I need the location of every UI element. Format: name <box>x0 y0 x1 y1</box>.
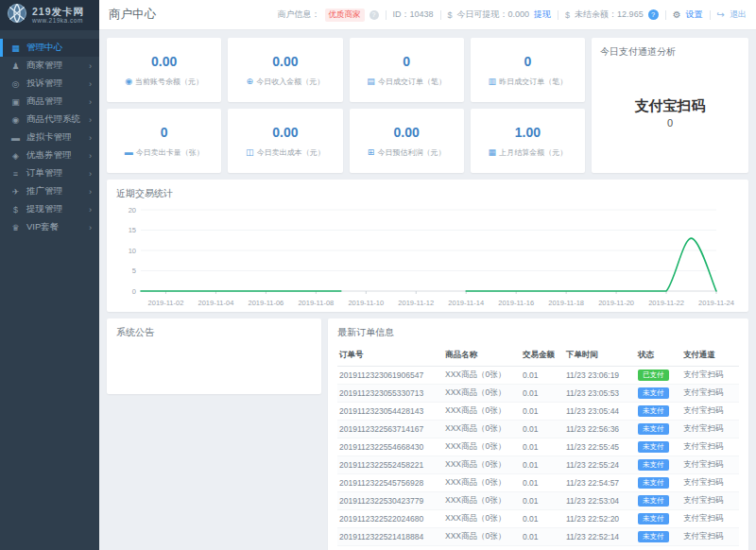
cell-status: 未支付 <box>636 403 681 421</box>
stat-card-current-balance: 0.00◉当前账号余额（元） <box>107 38 221 102</box>
sidebar-item-label: 优惠券管理 <box>26 149 72 162</box>
status-badge: 未支付 <box>638 531 669 542</box>
status-badge: 未支付 <box>638 423 669 435</box>
sidebar: 219发卡网 www.219ka.com ▦管理中心♟商家管理›◎投诉管理›▣商… <box>0 0 99 550</box>
dollar-icon: $ <box>565 10 570 20</box>
cell-channel: 支付宝扫码 <box>681 456 739 474</box>
status-badge: 未支付 <box>638 405 669 417</box>
order-row: 2019112322545756928XXX商品（0张）0.0111/23 22… <box>337 474 739 492</box>
order-row: 2019112322552458221XXX商品（0张）0.0111/23 22… <box>337 456 739 474</box>
cell-channel: 支付宝扫码 <box>681 421 739 438</box>
cell-order_no: 2019112323061906547 <box>337 367 443 385</box>
stat-label: ◫今日卖出成本（元） <box>246 147 325 158</box>
col-amount: 交易金额 <box>521 346 564 367</box>
cell-status: 未支付 <box>636 492 681 510</box>
orders-header-row: 订单号商品名称交易金额下单时间状态支付通道 <box>337 346 739 367</box>
cell-amount: 0.01 <box>521 492 564 510</box>
chevron-right-icon: › <box>89 133 92 143</box>
sidebar-item-product[interactable]: ▣商品管理› <box>0 93 99 111</box>
cell-channel: 支付宝扫码 <box>681 510 739 528</box>
latest-orders-card: 最新订单信息 订单号商品名称交易金额下单时间状态支付通道 20191123230… <box>328 318 748 550</box>
status-badge: 未支付 <box>638 387 669 399</box>
logo[interactable]: 219发卡网 www.219ka.com <box>0 0 99 30</box>
chevron-right-icon: › <box>89 97 92 107</box>
col-time: 下单时间 <box>564 346 636 367</box>
cell-time: 11/23 22:53:04 <box>564 492 636 510</box>
cell-amount: 0.01 <box>521 421 564 438</box>
cell-order_no: 2019112323055330713 <box>337 385 443 403</box>
system-announcement-card: 系统公告 <box>107 318 321 394</box>
orders-title: 最新订单信息 <box>337 326 739 339</box>
order-row: 2019112323054428143XXX商品（0张）0.0111/23 23… <box>337 403 739 421</box>
transactions-line-chart: 051015202019-11-022019-11-042019-11-0620… <box>116 202 739 308</box>
x-axis-label: 2019-11-04 <box>198 299 234 307</box>
info-icon[interactable]: ? <box>648 9 659 20</box>
stat-card-today-cards-sold: 0▬今日卖出卡量（张） <box>107 109 221 173</box>
stat-label: ▥昨日成交订单（笔） <box>489 77 568 87</box>
cell-status: 未支付 <box>636 528 681 546</box>
sidebar-item-admin-center[interactable]: ▦管理中心 <box>0 39 99 57</box>
x-axis-label: 2019-11-08 <box>298 299 334 307</box>
cell-amount: 0.01 <box>521 367 564 385</box>
sidebar-item-coupon[interactable]: ◈优惠券管理› <box>0 146 99 164</box>
sidebar-item-merchant[interactable]: ♟商家管理› <box>0 57 99 75</box>
cell-channel: 支付宝扫码 <box>681 474 739 492</box>
product-icon: ▣ <box>10 97 21 107</box>
sidebar-item-virtual-card[interactable]: ▬虚拟卡管理› <box>0 129 99 146</box>
cell-product: XXX商品（0张） <box>443 367 521 385</box>
stat-label-text: 上月结算金额（元） <box>499 147 567 158</box>
channel-name: 支付宝扫码 <box>592 97 748 115</box>
x-axis-label: 2019-11-18 <box>548 299 584 307</box>
cell-amount: 0.01 <box>521 438 564 456</box>
stat-value: 0.00 <box>272 125 298 140</box>
dollar-icon: $ <box>10 205 21 215</box>
cell-channel: 支付宝扫码 <box>681 403 739 421</box>
cell-order_no: 2019112322521418884 <box>337 528 443 546</box>
crown-icon: ♛ <box>10 223 21 232</box>
sidebar-item-promotion[interactable]: ✈推广管理› <box>0 182 99 200</box>
divider <box>665 10 666 20</box>
withdraw-link[interactable]: 提现 <box>534 9 551 21</box>
sidebar-item-label: 商家管理 <box>26 60 62 72</box>
card-icon: ▬ <box>125 147 133 157</box>
complaint-icon: ◎ <box>10 79 21 89</box>
merchant-info-label: 商户信息： <box>278 9 320 21</box>
y-axis-label: 15 <box>129 226 136 234</box>
cell-channel: 支付宝扫码 <box>681 367 739 385</box>
settings-link[interactable]: 设置 <box>686 9 703 21</box>
logo-globe-icon <box>7 3 27 27</box>
merchant-grade-badge: 优质商家 <box>325 9 365 22</box>
merchant-id: ID：10438 <box>393 9 434 21</box>
logo-subtitle: www.219ka.com <box>32 17 84 24</box>
status-badge: 未支付 <box>638 477 669 489</box>
chevron-right-icon: › <box>89 115 92 125</box>
sidebar-item-label: VIP套餐 <box>26 221 59 233</box>
stat-label: ▦上月结算金额（元） <box>489 147 568 158</box>
chart-line <box>466 238 716 291</box>
sidebar-item-order[interactable]: ≡订单管理› <box>0 164 99 182</box>
sidebar-item-product-agent[interactable]: ◉商品代理系统› <box>0 111 99 129</box>
sidebar-item-withdraw[interactable]: $提现管理› <box>0 200 99 218</box>
sidebar-item-complaint[interactable]: ◎投诉管理› <box>0 75 99 93</box>
col-status: 状态 <box>636 346 681 367</box>
sidebar-item-label: 商品代理系统 <box>26 113 80 126</box>
y-axis-label: 5 <box>132 266 136 275</box>
cell-order_no: 2019112322552458221 <box>337 456 443 474</box>
stat-card-today-income: 0.00⊕今日收入金额（元） <box>228 38 342 102</box>
cell-channel: 支付宝扫码 <box>681 492 739 510</box>
gear-icon: ⚙ <box>673 9 681 20</box>
cell-order_no: 2019112322563714167 <box>337 421 443 438</box>
grade-help-icon[interactable]: ? <box>369 10 379 20</box>
cell-product: XXX商品（0张） <box>443 403 521 421</box>
order-row: 2019112322530423779XXX商品（0张）0.0111/23 22… <box>337 492 739 510</box>
logout-link[interactable]: 退出 <box>730 9 747 21</box>
sidebar-item-vip[interactable]: ♛VIP套餐› <box>0 218 99 236</box>
chevron-right-icon: › <box>89 187 92 197</box>
cell-time: 11/23 23:05:53 <box>564 385 636 403</box>
y-axis-label: 0 <box>132 287 136 296</box>
cell-time: 11/23 23:05:44 <box>564 403 636 421</box>
stat-label-text: 当前账号余额（元） <box>135 77 203 87</box>
announcement-title: 系统公告 <box>116 326 312 339</box>
x-axis-label: 2019-11-12 <box>398 299 434 307</box>
channel-value: 0 <box>592 117 748 129</box>
